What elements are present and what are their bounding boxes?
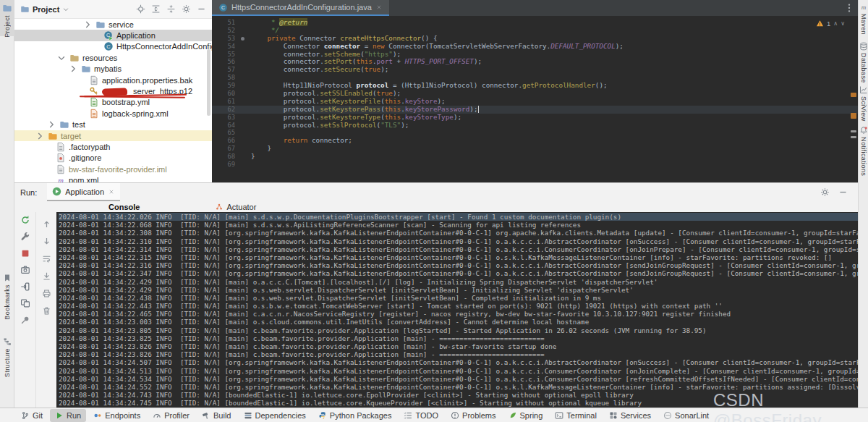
statusbar-item-sonarlint[interactable]: SonarLint bbox=[658, 409, 714, 422]
chevron-down-icon[interactable] bbox=[62, 6, 69, 13]
up-icon[interactable] bbox=[42, 219, 51, 229]
console-output[interactable]: 2024-08-01 14:34:22.026 INFO [TID: N/A] … bbox=[56, 212, 858, 408]
tree-indent-spacer bbox=[94, 31, 103, 40]
statusbar-item-build[interactable]: Build bbox=[197, 409, 236, 422]
tree-expand-icon[interactable] bbox=[46, 119, 56, 130]
project-tree-scrollbar[interactable] bbox=[207, 49, 210, 116]
tree-item-mybatis[interactable]: mybatis bbox=[14, 64, 212, 75]
statusbar-label: Endpoints bbox=[105, 411, 140, 420]
statusbar-item-terminal[interactable]: Terminal bbox=[550, 409, 602, 422]
code-text: connector.setSecure(true); bbox=[251, 66, 388, 74]
project-panel-title: Project bbox=[33, 5, 59, 14]
gear-icon[interactable] bbox=[182, 4, 191, 14]
spring-icon bbox=[509, 411, 517, 420]
tool-stripe-maven[interactable]: mMaven bbox=[859, 3, 868, 35]
tool-stripe-project[interactable]: Project bbox=[0, 0, 14, 36]
camera-icon[interactable] bbox=[20, 265, 30, 275]
mavenStripe-icon: m bbox=[859, 3, 868, 12]
tool-stripe-notifications[interactable]: Notifications bbox=[859, 126, 868, 176]
statusbar-item-spring[interactable]: Spring bbox=[503, 409, 548, 422]
tree-item-logback-spring-xml[interactable]: logback-spring.xml bbox=[14, 108, 212, 119]
collall-icon[interactable] bbox=[166, 4, 176, 14]
code-token: setScheme bbox=[324, 50, 360, 58]
tree-item-test[interactable]: test bbox=[14, 119, 212, 130]
tool-stripe-structure[interactable]: Structure bbox=[0, 337, 14, 377]
statusbar-item-todo[interactable]: TODO bbox=[399, 409, 443, 422]
code-token: connector bbox=[324, 42, 360, 50]
locate-icon[interactable] bbox=[136, 4, 145, 14]
statusbar-item-problems[interactable]: Problems bbox=[446, 409, 501, 422]
tree-item-pom-xml[interactable]: mpom.xml bbox=[14, 174, 212, 182]
down-icon[interactable] bbox=[42, 237, 51, 246]
line-number: 65 bbox=[212, 129, 251, 137]
rerun-icon[interactable] bbox=[20, 215, 30, 225]
code-token: () { bbox=[421, 34, 437, 42]
console-toolbar bbox=[37, 212, 56, 408]
code-token: this bbox=[385, 97, 401, 105]
pin-icon[interactable] bbox=[20, 315, 30, 325]
close-icon[interactable] bbox=[108, 188, 115, 195]
tree-expand-icon[interactable] bbox=[82, 20, 93, 30]
editor-tab-httpsconnector[interactable]: C HttpsConnectorAddInConfiguration.java bbox=[212, 0, 389, 16]
tree-item-bootstrap-yml[interactable]: bootstrap.yml bbox=[14, 97, 212, 108]
close-icon[interactable] bbox=[375, 4, 383, 11]
statusbar-item-services[interactable]: Services bbox=[604, 409, 656, 422]
print-icon[interactable] bbox=[42, 289, 51, 298]
code-area[interactable]: 51 * @return52 */53 private Connector cr… bbox=[212, 16, 858, 182]
tool-stripe-sciview[interactable]: SciView bbox=[859, 85, 868, 122]
statusbar-item-endpoints[interactable]: Endpoints bbox=[88, 409, 145, 422]
prev-problem-icon[interactable]: ∧ bbox=[833, 20, 838, 27]
editor-options-icon[interactable] bbox=[844, 3, 854, 13]
tree-item-server-https-p12[interactable]: _server_https.p12 bbox=[14, 85, 212, 96]
tree-item-service[interactable]: service bbox=[14, 19, 212, 30]
statusbar-item-profiler[interactable]: Profiler bbox=[148, 409, 195, 422]
tree-expand-icon[interactable] bbox=[35, 131, 45, 141]
wrench-icon[interactable] bbox=[20, 232, 30, 242]
tree-item-gitignore[interactable]: .gitignore bbox=[14, 153, 212, 164]
console-log-line: 2024-08-01 14:34:23.825 INFO [TID: N/A] … bbox=[59, 334, 858, 342]
softwrap-icon[interactable] bbox=[42, 254, 51, 263]
importx-icon[interactable] bbox=[20, 282, 30, 292]
next-problem-icon[interactable]: ∨ bbox=[841, 20, 845, 27]
tree-item-target[interactable]: target bbox=[14, 130, 212, 141]
console-log-line: 2024-08-01 14:34:22.026 INFO [TID: N/A] … bbox=[59, 213, 858, 221]
tree-expand-icon[interactable] bbox=[68, 64, 78, 74]
tab-actuator[interactable]: Actuator bbox=[215, 203, 256, 211]
tree-item-application[interactable]: CApplication bbox=[14, 30, 212, 41]
tree-item-resources[interactable]: resources bbox=[14, 52, 212, 63]
code-token: connector; bbox=[312, 136, 352, 144]
tree-item-factorypath[interactable]: .factorypath bbox=[14, 141, 212, 152]
minus-icon[interactable] bbox=[838, 187, 848, 197]
trash-icon[interactable] bbox=[42, 306, 51, 316]
tab-label: Actuator bbox=[226, 203, 256, 211]
tab-console[interactable]: Console bbox=[109, 203, 140, 211]
statusbar-label: Git bbox=[33, 411, 43, 420]
statusbar-item-python-packages[interactable]: Python Packages bbox=[313, 409, 397, 422]
statusbar-item-dependencies[interactable]: Dependencies bbox=[239, 409, 311, 422]
statusbar-item-run[interactable]: Run bbox=[50, 409, 86, 422]
expall-icon[interactable] bbox=[151, 4, 161, 14]
stop-icon[interactable] bbox=[20, 248, 30, 258]
tool-stripe-database[interactable]: Database bbox=[859, 42, 868, 83]
tool-stripe-bookmarks[interactable]: Bookmarks bbox=[0, 274, 14, 320]
bookmark-icon bbox=[3, 274, 12, 282]
tree-item-bw-star-favorite-provider-iml[interactable]: bw-star-favorite-provider.iml bbox=[14, 164, 212, 174]
code-token: Connector(TomcatServletWebServerFactory. bbox=[388, 42, 550, 50]
windows-icon[interactable] bbox=[20, 298, 30, 308]
statusbar-item-git[interactable]: Git bbox=[16, 409, 48, 422]
line-number: 51 bbox=[212, 19, 251, 27]
gear-icon[interactable] bbox=[820, 187, 830, 197]
tree-indent-spacer bbox=[80, 76, 88, 85]
line-number: 60 bbox=[212, 90, 251, 98]
minus-icon[interactable] bbox=[197, 4, 206, 14]
scrollend-icon[interactable] bbox=[42, 271, 51, 281]
tree-item-application-properties-bak[interactable]: application.properties.bak bbox=[14, 75, 212, 85]
inspections-widget[interactable]: 1 ∧ ∨ bbox=[816, 20, 845, 28]
red-underline-annotation: 9021 (http) 19021 bbox=[536, 302, 605, 310]
code-token: */ bbox=[251, 26, 279, 34]
chart-icon bbox=[859, 85, 868, 94]
editor-panel[interactable]: C HttpsConnectorAddInConfiguration.java … bbox=[212, 0, 858, 182]
tree-expand-icon[interactable] bbox=[56, 53, 67, 63]
run-config-tab-application[interactable]: Application bbox=[47, 183, 120, 201]
tree-item-httpsconnectoraddinconfiguratio[interactable]: CHttpsConnectorAddInConfiguratio bbox=[14, 41, 212, 52]
